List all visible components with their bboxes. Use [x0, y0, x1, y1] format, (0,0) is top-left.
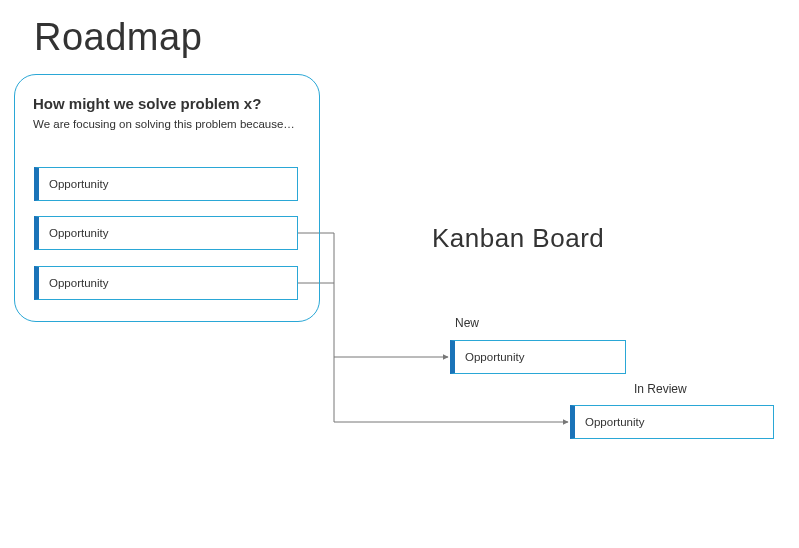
roadmap-subtitle: We are focusing on solving this problem …	[33, 118, 301, 130]
card-label: Opportunity	[49, 227, 108, 239]
kanban-card-in-review[interactable]: Opportunity	[570, 405, 774, 439]
card-label: Opportunity	[465, 351, 524, 363]
roadmap-card[interactable]: Opportunity	[34, 167, 298, 201]
roadmap-title: Roadmap	[34, 16, 202, 59]
roadmap-card[interactable]: Opportunity	[34, 216, 298, 250]
kanban-column-label-in-review: In Review	[634, 382, 687, 396]
roadmap-card[interactable]: Opportunity	[34, 266, 298, 300]
card-label: Opportunity	[49, 178, 108, 190]
card-label: Opportunity	[585, 416, 644, 428]
roadmap-question: How might we solve problem x?	[33, 95, 301, 112]
kanban-card-new[interactable]: Opportunity	[450, 340, 626, 374]
kanban-title: Kanban Board	[432, 223, 604, 254]
kanban-column-label-new: New	[455, 316, 479, 330]
card-label: Opportunity	[49, 277, 108, 289]
